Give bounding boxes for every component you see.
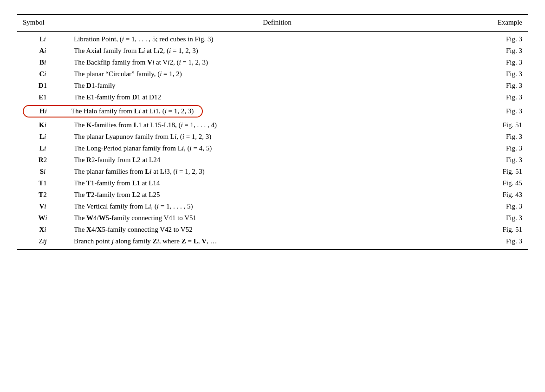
cell-symbol: Ci bbox=[17, 68, 68, 80]
cell-example: Fig. 51 bbox=[486, 119, 528, 131]
cell-example: Fig. 3 bbox=[486, 131, 528, 143]
cell-symbol: Ai bbox=[17, 45, 68, 57]
header-example: Example bbox=[486, 14, 528, 32]
cell-example: Fig. 3 bbox=[486, 103, 528, 119]
table-row: LiThe planar Lyapunov family from Li, (i… bbox=[17, 131, 528, 143]
cell-example: Fig. 45 bbox=[486, 177, 528, 189]
cell-example: Fig. 3 bbox=[486, 212, 528, 224]
cell-definition: Libration Point, (i = 1, . . . , 5; red … bbox=[68, 32, 486, 46]
cell-definition: The Long-Period planar family from Li, (… bbox=[68, 143, 486, 154]
cell-symbol: Vi bbox=[17, 201, 68, 212]
header-definition: Definition bbox=[68, 14, 486, 32]
table-row: E1The E1-family from D1 at D12Fig. 3 bbox=[17, 91, 528, 103]
cell-definition: The W4/W5-family connecting V41 to V51 bbox=[68, 212, 486, 224]
cell-definition: The E1-family from D1 at D12 bbox=[68, 91, 486, 103]
cell-symbol: D1 bbox=[17, 80, 68, 91]
table-row: HiThe Halo family from Li at Li1, (i = 1… bbox=[17, 103, 528, 119]
table-row: XiThe X4/X5-family connecting V42 to V52… bbox=[17, 224, 528, 235]
cell-symbol: Xi bbox=[17, 224, 68, 235]
table-row: BiThe Backflip family from Vi at Vi2, (i… bbox=[17, 57, 528, 68]
cell-definition: Branch point j along family Zi, where Z … bbox=[68, 235, 486, 249]
cell-example: Fig. 3 bbox=[486, 68, 528, 80]
cell-example: Fig. 51 bbox=[486, 224, 528, 235]
cell-example: Fig. 3 bbox=[486, 91, 528, 103]
cell-symbol: Li bbox=[17, 143, 68, 154]
table-row: WiThe W4/W5-family connecting V41 to V51… bbox=[17, 212, 528, 224]
cell-example: Fig. 3 bbox=[486, 80, 528, 91]
halo-highlight-box: HiThe Halo family from Li at Li1, (i = 1… bbox=[23, 105, 203, 118]
cell-symbol: T2 bbox=[17, 189, 68, 201]
table-row: AiThe Axial family from Li at Li2, (i = … bbox=[17, 45, 528, 57]
cell-definition: The Vertical family from Li, (i = 1, . .… bbox=[68, 201, 486, 212]
cell-symbol: Bi bbox=[17, 57, 68, 68]
cell-symbol: R2 bbox=[17, 154, 68, 166]
table-row: D1The D1-familyFig. 3 bbox=[17, 80, 528, 91]
halo-symbol: Hi bbox=[29, 107, 57, 115]
cell-example: Fig. 3 bbox=[486, 45, 528, 57]
cell-definition: The planar Lyapunov family from Li, (i =… bbox=[68, 131, 486, 143]
cell-symbol: Li bbox=[17, 32, 68, 46]
cell-symbol: T1 bbox=[17, 177, 68, 189]
cell-example: Fig. 3 bbox=[486, 57, 528, 68]
cell-example: Fig. 3 bbox=[486, 154, 528, 166]
table-row: ViThe Vertical family from Li, (i = 1, .… bbox=[17, 201, 528, 212]
cell-definition: The planar families from Li at Li3, (i =… bbox=[68, 166, 486, 177]
cell-symbol: Wi bbox=[17, 212, 68, 224]
cell-symbol: Li bbox=[17, 131, 68, 143]
halo-definition: The Halo family from Li at Li1, (i = 1, … bbox=[71, 107, 194, 115]
cell-definition: The Backflip family from Vi at Vi2, (i =… bbox=[68, 57, 486, 68]
cell-example: Fig. 3 bbox=[486, 143, 528, 154]
cell-example: Fig. 3 bbox=[486, 32, 528, 46]
main-table-container: Symbol Definition Example LiLibration Po… bbox=[17, 14, 528, 250]
table-row: SiThe planar families from Li at Li3, (i… bbox=[17, 166, 528, 177]
cell-definition: The T2-family from L2 at L25 bbox=[68, 189, 486, 201]
cell-definition: The planar “Circular” family, (i = 1, 2) bbox=[68, 68, 486, 80]
symbol-table: Symbol Definition Example LiLibration Po… bbox=[17, 14, 528, 250]
table-row: LiThe Long-Period planar family from Li,… bbox=[17, 143, 528, 154]
table-row: LiLibration Point, (i = 1, . . . , 5; re… bbox=[17, 32, 528, 46]
cell-symbol: Zij bbox=[17, 235, 68, 249]
table-row: ZijBranch point j along family Zi, where… bbox=[17, 235, 528, 249]
cell-symbol: Ki bbox=[17, 119, 68, 131]
cell-symbol: E1 bbox=[17, 91, 68, 103]
cell-example: Fig. 51 bbox=[486, 166, 528, 177]
cell-definition: The T1-family from L1 at L14 bbox=[68, 177, 486, 189]
table-row: R2The R2-family from L2 at L24Fig. 3 bbox=[17, 154, 528, 166]
cell-definition: The K-families from L1 at L15-L18, (i = … bbox=[68, 119, 486, 131]
cell-example: Fig. 43 bbox=[486, 189, 528, 201]
cell-example: Fig. 3 bbox=[486, 235, 528, 249]
cell-example: Fig. 3 bbox=[486, 201, 528, 212]
cell-definition: The D1-family bbox=[68, 80, 486, 91]
table-row: T1The T1-family from L1 at L14Fig. 45 bbox=[17, 177, 528, 189]
table-row: CiThe planar “Circular” family, (i = 1, … bbox=[17, 68, 528, 80]
table-row: KiThe K-families from L1 at L15-L18, (i … bbox=[17, 119, 528, 131]
table-row: T2The T2-family from L2 at L25Fig. 43 bbox=[17, 189, 528, 201]
table-header-row: Symbol Definition Example bbox=[17, 14, 528, 32]
cell-symbol: Si bbox=[17, 166, 68, 177]
cell-definition: The X4/X5-family connecting V42 to V52 bbox=[68, 224, 486, 235]
cell-definition: The Axial family from Li at Li2, (i = 1,… bbox=[68, 45, 486, 57]
cell-definition: The R2-family from L2 at L24 bbox=[68, 154, 486, 166]
highlighted-cell: HiThe Halo family from Li at Li1, (i = 1… bbox=[17, 103, 486, 119]
header-symbol: Symbol bbox=[17, 14, 68, 32]
